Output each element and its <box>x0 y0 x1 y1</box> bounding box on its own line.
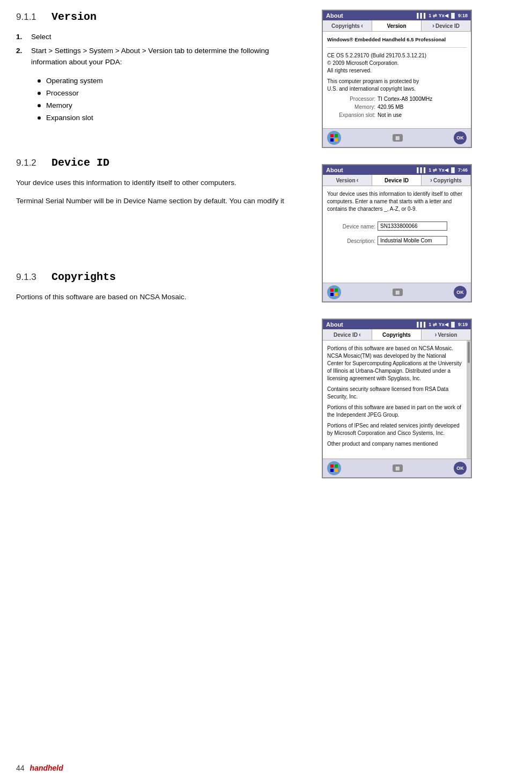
step-1: 1. Select <box>16 32 295 42</box>
status-icons: ⇌ Yx◀ ▐▌ <box>433 13 456 18</box>
section-9-1-1: 9.1.1 Version 1. Select 2. Start > Setti… <box>16 11 295 124</box>
tab-copyrights-v1[interactable]: Copyrights ‹ <box>323 20 372 31</box>
v-expansion-row: Expansion slot: Not in use <box>327 112 467 118</box>
page-container: 9.1.1 Version 1. Select 2. Start > Setti… <box>0 0 532 783</box>
section-num-9-1-2: 9.1.2 <box>16 158 43 168</box>
devicename-input[interactable]: SN1333800066 <box>378 221 447 231</box>
cr-line5: Other product and company names mentione… <box>327 440 462 448</box>
tab-deviceid-v1-label: Device ID <box>435 23 460 29</box>
screen-deviceid-footer: ▩ OK <box>323 283 471 301</box>
clock: 9:18 <box>458 13 468 18</box>
section-num-9-1-3: 9.1.3 <box>16 272 43 283</box>
devicename-row: Device name: SN1333800066 <box>327 221 467 232</box>
step-2-text: Start > Settings > System > About > Vers… <box>31 46 295 68</box>
section-heading-9-1-2: 9.1.2 Device ID <box>16 157 295 169</box>
windows-btn-v1[interactable] <box>327 131 341 145</box>
tab-copyrights-d-label: Copyrights <box>433 178 462 183</box>
ok-btn-d[interactable]: OK <box>454 286 467 299</box>
section-9-1-2-para2: Terminal Serial Number will be in Device… <box>16 196 295 206</box>
ok-btn-c[interactable]: OK <box>454 462 467 475</box>
screen-version-title: About <box>326 12 343 19</box>
tab-copyrights[interactable]: Copyrights <box>372 329 422 340</box>
section-title-9-1-1: Version <box>51 11 97 23</box>
chevron-left-v1: ‹ <box>361 22 363 29</box>
svg-rect-11 <box>335 469 338 472</box>
signal-bars: ▌▌▌ <box>417 13 427 18</box>
section-9-1-3-para1: Portions of this software are based on N… <box>16 292 295 302</box>
screen-copyrights-status: ▌▌▌ 1 ⇌ Yx◀ ▐▌ 9:19 <box>417 322 468 327</box>
v-processor-value: TI Cortex-A8 1000MHz <box>378 96 432 102</box>
clock-d: 7:46 <box>458 167 468 173</box>
svg-rect-2 <box>330 138 334 142</box>
step-1-num: 1. <box>16 32 27 42</box>
right-column: About ▌▌▌ 1 ⇌ Yx◀ ▐▌ 9:18 Copyrights ‹ V… <box>311 0 532 783</box>
screen-copyrights-content: Portions of this software are based on N… <box>323 341 467 459</box>
windows-logo-v1 <box>330 134 338 142</box>
step-2-num: 2. <box>16 46 27 68</box>
tab-version-d[interactable]: Version ‹ <box>323 175 372 186</box>
screen-version: About ▌▌▌ 1 ⇌ Yx◀ ▐▌ 9:18 Copyrights ‹ V… <box>322 10 472 148</box>
page-footer: 44 handheld <box>16 764 63 772</box>
step-1-text: Select <box>31 32 51 42</box>
section-9-1-2-para1: Your device uses this information to ide… <box>16 178 295 188</box>
scrollbar-thumb-c[interactable] <box>468 342 470 363</box>
tab-version[interactable]: Version <box>372 20 422 31</box>
keyboard-btn-c[interactable]: ▩ <box>393 464 403 472</box>
chevron-left-d: ‹ <box>357 176 359 184</box>
signal-bars-c: ▌▌▌ <box>417 322 427 327</box>
v-memory-row: Memory: 420.95 MB <box>327 104 467 110</box>
screen-copyrights-title: About <box>326 321 343 328</box>
chevron-right-c: › <box>434 331 437 338</box>
screen-version-titlebar: About ▌▌▌ 1 ⇌ Yx◀ ▐▌ 9:18 <box>323 11 471 20</box>
cr-line3: Portions of this software are based in p… <box>327 404 462 419</box>
scrollbar-c[interactable] <box>467 341 471 459</box>
screen-version-tabs: Copyrights ‹ Version › Device ID <box>323 20 471 32</box>
windows-btn-d[interactable] <box>327 285 341 299</box>
tab-deviceid-c[interactable]: Device ID ‹ <box>323 329 372 340</box>
section-9-1-1-steps: 1. Select 2. Start > Settings > System >… <box>16 32 295 68</box>
bullet-dot-1 <box>38 79 41 83</box>
section-title-9-1-2: Device ID <box>51 157 109 169</box>
tab-version-c-label: Version <box>438 332 457 338</box>
devicename-label: Device name: <box>327 224 375 230</box>
windows-btn-c[interactable] <box>327 461 341 475</box>
description-input[interactable]: Industrial Mobile Com <box>378 236 447 245</box>
keyboard-btn-d[interactable]: ▩ <box>393 289 403 296</box>
signal-num-c: 1 <box>428 322 431 327</box>
svg-rect-6 <box>330 293 334 296</box>
bullet-2: Processor <box>38 87 295 100</box>
screen-deviceid: About ▌▌▌ 1 ⇌ Yx◀ ▐▌ 7:46 Version ‹ Devi… <box>322 164 472 302</box>
bullet-1: Operating system <box>38 75 295 87</box>
signal-bars-d: ▌▌▌ <box>417 167 427 173</box>
screen-copyrights-titlebar: About ▌▌▌ 1 ⇌ Yx◀ ▐▌ 9:19 <box>323 320 471 329</box>
tab-version-c[interactable]: › Version <box>422 329 471 340</box>
section-heading-9-1-1: 9.1.1 Version <box>16 11 295 23</box>
keyboard-btn-v1[interactable]: ▩ <box>393 134 403 142</box>
tab-deviceid[interactable]: Device ID <box>372 175 422 186</box>
bullet-3: Memory <box>38 100 295 112</box>
screen-deviceid-status: ▌▌▌ 1 ⇌ Yx◀ ▐▌ 7:46 <box>417 167 468 173</box>
cr-line4: Portions of IPSec and related services j… <box>327 422 462 437</box>
screen-copyrights-content-area: Portions of this software are based on N… <box>323 341 471 459</box>
svg-rect-7 <box>335 293 338 296</box>
svg-rect-0 <box>330 134 334 137</box>
v-processor-label: Processor: <box>327 96 375 102</box>
chevron-left-c: ‹ <box>359 331 361 338</box>
screen-deviceid-content: Your device uses this information to ide… <box>323 186 471 283</box>
screen-deviceid-title: About <box>326 167 343 173</box>
tab-deviceid-v1[interactable]: › Device ID <box>422 20 471 31</box>
svg-rect-4 <box>330 289 334 292</box>
bullet-text-3: Memory <box>46 100 72 112</box>
chevron-right-v1: › <box>432 22 434 29</box>
bullet-dot-4 <box>38 116 41 120</box>
bullet-text-2: Processor <box>46 87 79 100</box>
page-number: 44 <box>16 764 25 772</box>
tab-copyrights-d[interactable]: › Copyrights <box>422 175 471 186</box>
v-line3: This computer program is protected byU.S… <box>327 78 467 93</box>
ok-btn-v1[interactable]: OK <box>454 131 467 144</box>
status-icons-d: ⇌ Yx◀ ▐▌ <box>433 167 456 173</box>
screen-version-status: ▌▌▌ 1 ⇌ Yx◀ ▐▌ 9:18 <box>417 13 468 18</box>
bullet-4: Expansion slot <box>38 112 295 124</box>
signal-num-d: 1 <box>428 167 431 173</box>
screen-copyrights-tabs: Device ID ‹ Copyrights › Version <box>323 329 471 341</box>
